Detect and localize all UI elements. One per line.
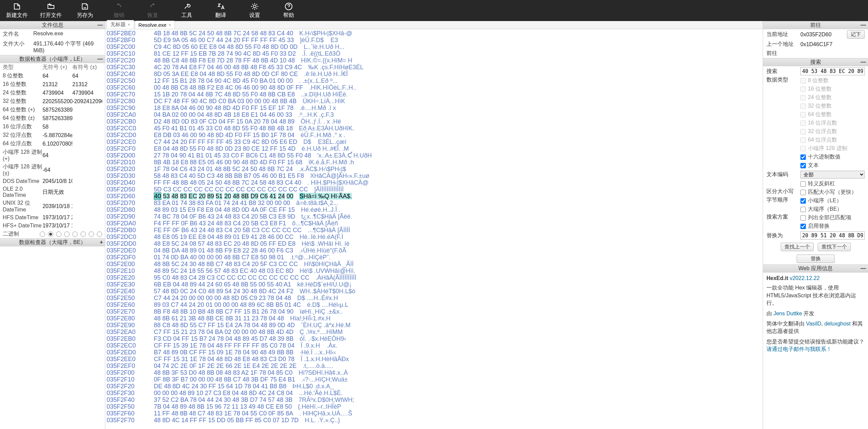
hex-bytes[interactable]: 12 FF 15 B1 28 78 04 90 4C 8D 45 F0 BA 0… [149, 77, 293, 84]
hex-bytes[interactable]: 89 03 C7 44 24 20 01 00 00 00 48 89 6C 8… [149, 301, 301, 308]
hex-ascii[interactable]: Hè..îè.Hé.éA(F.Ì [300, 234, 343, 240]
hex-bytes[interactable]: 40 53 48 83 EC 20 89 51 20 48 8B D9 C6 4… [149, 193, 293, 200]
hex-ascii[interactable]: óÍ. .·$x.HéEÒH9‹ [300, 335, 346, 342]
toolbar-new-file[interactable]: 新建文件 [0, 0, 34, 21]
collapse-icon[interactable]: — [861, 59, 866, 65]
hex-row[interactable]: 035F2D20 1F 78 04 C6 43 24 01 48 8B 5C 2… [107, 166, 761, 172]
hex-bytes[interactable]: 4B 18 48 8B 5C 24 50 48 8B 7C 24 58 48 8… [149, 30, 293, 37]
hex-ascii[interactable]: é.D$ ....Hél‹µ.L [307, 301, 348, 308]
hex-ascii[interactable]: èÛ.F..H.Mð .° x . [301, 132, 345, 138]
hex-bytes[interactable]: 83 EA 01 74 38 83 FA 01 74 24 41 B8 32 0… [149, 200, 290, 206]
tab[interactable]: 无标题× [107, 20, 134, 29]
hex-bytes[interactable]: C7 44 24 20 FF FF FF FF 45 33 C9 4C 8D 0… [149, 138, 297, 145]
hex-row[interactable]: 035F2EF0 04 74 2C 2E 0F 1F 2E 2E 66 2E 1… [107, 362, 761, 369]
hex-ascii[interactable]: .HïK.HïÒèL.F..H.. [309, 84, 356, 91]
hex-row[interactable]: 035F2DD0 48 E8 5C 24 08 57 48 83 EC 20 4… [107, 240, 761, 247]
hex-row[interactable]: 035F2D70 83 EA 01 74 38 83 FA 01 74 24 4… [107, 200, 761, 206]
search-input[interactable] [800, 67, 865, 75]
hex-bytes[interactable]: 48 E8 5C 24 08 57 48 83 EC 20 48 8D 05 F… [149, 240, 295, 247]
collapse-icon[interactable]: — [861, 265, 866, 272]
hex-row[interactable]: 035F2CD0 E8 DB 03 46 00 90 48 8D 4D F0 F… [107, 132, 761, 138]
hex-ascii[interactable]: Ç .!#x.º....HïMM [300, 329, 343, 335]
hex-bytes[interactable]: 27 78 04 90 41 B1 01 45 33 C0 F BC6 C1 4… [149, 152, 311, 159]
replace-input[interactable] [800, 231, 865, 240]
hex-bytes[interactable]: F3 CD 04 FF 15 B7 24 78 04 48 89 45 D7 4… [149, 335, 293, 342]
scheme-check[interactable]: 启用替换 [797, 222, 868, 230]
hex-row[interactable]: 035F2E60 89 03 C7 44 24 20 01 00 00 00 4… [107, 301, 761, 308]
hex-ascii[interactable]: D$ E3ÉL..çæí [303, 138, 346, 145]
hex-ascii[interactable]: ...Hé.'Ãè.H.L$È. [299, 390, 343, 396]
hex-ascii[interactable]: ]éÛ.F.D$ E3 [300, 37, 338, 43]
hex-ascii[interactable]: WH..$ÀHéT$0H.L$ò [300, 288, 355, 295]
hex-bytes[interactable]: 18 E8 8A 04 46 00 90 48 8D 4D F0 FF 15 E… [149, 105, 293, 111]
hex-bytes[interactable]: 04 74 2C 2E 0F 1F 2E 2E 66 2E 1E E4 2E 2… [149, 362, 296, 369]
hex-ascii[interactable]: ô...¶C$HâÄ [Ãèñ [292, 220, 338, 227]
hex-ascii[interactable]: ...¶C$HâÄ [ÃÌÌÌÌ [308, 227, 350, 234]
hex-ascii[interactable]: {.HéHï.–r..IHÎèP [298, 403, 341, 410]
hex-bytes[interactable]: 48 8B 61 21 3B 48 8B CE 8B 31 11 23 78 0… [149, 315, 284, 322]
author-link[interactable]: Jens Duttke [773, 311, 802, 316]
hex-bytes[interactable]: 48 8B 5C 24 30 48 8B C7 48 83 C4 20 5F C… [149, 261, 298, 267]
collapse-icon[interactable]: — [97, 56, 103, 62]
expand-icon[interactable]: + [100, 239, 103, 245]
hex-ascii[interactable]: K.H‹\$PH‹|$XHâ-@ [299, 30, 352, 37]
hex-row[interactable]: 035F2E50 C7 44 24 20 00 00 00 00 48 8D 0… [107, 295, 761, 301]
hex-row[interactable]: 035F2C80 DC F7 48 FF 90 4C 8D C0 BA 03 0… [107, 98, 761, 105]
hex-ascii[interactable]: è.H.Uð H..#€Î. .M [302, 145, 349, 152]
hex-bytes[interactable]: 81 CE 12 FF 15 EB 7B 28 74 90 4C 8D 45 F… [149, 50, 296, 57]
hex-ascii[interactable]: .ê:îè.H.Uð H..Ï€Î [304, 71, 348, 77]
hex-row[interactable]: 035F2EC0 CF FF 15 39 1E 78 04 48 FF FF F… [107, 342, 761, 349]
hex-row[interactable]: 035F2F20 DE 48 8D 4C 24 30 FF 15 64 1D 7… [107, 383, 761, 390]
hex-bytes[interactable]: 00 00 00 48 89 10 27 C3 E8 04 48 8D 4C 2… [149, 390, 293, 396]
hex-ascii[interactable]: .Î. .ë{(tL.Eð3Ò [302, 50, 340, 57]
hex-row[interactable]: 035F2BF0 5D E9 9A 05 46 00 C7 44 24 20 F… [107, 37, 761, 43]
hex-bytes[interactable]: 04 8B DA 48 89 01 48 8B F9 E8 22 28 46 0… [149, 247, 293, 254]
hex-ascii[interactable]: .è....H.Mð .ï x [300, 105, 336, 111]
hex-ascii[interactable]: Hè\$ .WHâì Hï. íè [302, 240, 349, 247]
hex-ascii[interactable]: ·Hé.Ï ...x..HI‹‹ [300, 349, 336, 356]
toolbar-settings[interactable]: 设置 [238, 0, 272, 21]
hex-ascii[interactable]: D$ ....H..É#x.H [297, 295, 338, 301]
byteorder-check[interactable]: 小端序（LE） [797, 197, 868, 205]
close-icon[interactable]: × [168, 22, 171, 27]
hex-ascii[interactable]: 7RÂºx.D$0H;WtWH; [299, 396, 354, 403]
hex-row[interactable]: 035F2E30 6B EB 04 48 89 44 24 60 65 48 8… [107, 281, 761, 288]
hex-row[interactable]: 035F2BE0 4B 18 48 8B 5C 24 50 48 8B 7C 2… [107, 30, 761, 37]
hex-row[interactable]: 035F2DC0 48 E8 05 19 EE E8 04 48 89 01 E… [107, 234, 761, 240]
hex-bytes[interactable]: 7B 04 48 89 48 8B 15 96 72 11 13 49 48 C… [149, 403, 292, 410]
hex-bytes[interactable]: E8 04 48 8D 55 F0 48 8D 0D 23 80 CE 12 F… [149, 145, 295, 152]
hex-ascii[interactable]: H.L. .Ý.».Ç..} [305, 417, 340, 424]
hex-row[interactable]: 035F2DF0 01 74 0D BA 40 00 00 00 48 8B C… [107, 254, 761, 261]
hex-ascii[interactable]: .º...H.K .ç.F.3 [298, 111, 334, 118]
hex-bytes[interactable]: 37 52 C2 BA 78 04 44 24 30 48 3B D7 74 5… [149, 396, 292, 403]
hex-bytes[interactable]: 48 89 03 15 E9 F8 E8 04 48 8D 0D 4A 0F C… [149, 206, 295, 213]
hex-ascii[interactable]: Hé.éøè.H..J.Î . [301, 206, 340, 213]
hex-bytes[interactable]: 48 8B C8 48 8B F8 E8 7D 28 78 FF 48 8B 4… [149, 57, 295, 64]
hex-ascii[interactable]: Eð A±.E3ÀH.UðHïK. [299, 125, 354, 132]
translator-link-2[interactable]: deluxghost [824, 321, 850, 327]
hex-row[interactable]: 035F2D30 58 48 83 C4 40 5D C3 48 8B BB B… [107, 172, 761, 179]
binary-radios[interactable] [38, 231, 102, 237]
hex-row[interactable]: 035F2F10 0F 8B 3F B7 00 00 00 48 8B C7 4… [107, 376, 761, 383]
hex-bytes[interactable]: 8B F8 48 8B 10 B8 48 8B C7 FF 15 B1 26 7… [149, 308, 293, 315]
hex-bytes[interactable]: 15 1B 20 78 04 44 8B 7C 48 8D 55 F0 48 8… [149, 91, 295, 98]
hex-ascii[interactable]: ÒH..ƒ.Í. . x .Hé [301, 118, 341, 125]
hex-row[interactable]: 035F2E70 8B F8 48 8B 10 B8 48 8B C7 FF 1… [107, 308, 761, 315]
find-next-button[interactable]: 查找下一个 [818, 243, 851, 251]
collapse-icon[interactable]: — [861, 22, 866, 28]
hex-ascii[interactable]: .‹?·...HïÇH;Wuä± [301, 376, 348, 383]
hex-bytes[interactable]: CF FF 15 31 1E 78 04 48 8D 48 E8 48 83 C… [149, 356, 294, 362]
hex-row[interactable]: 035F2E00 48 8B 5C 24 30 48 8B C7 48 83 C… [107, 261, 761, 267]
hex-bytes[interactable]: FE FF 0F B6 43 24 48 83 C4 20 5B C3 CC C… [149, 227, 302, 234]
hex-bytes[interactable]: 88 C8 48 8D 55 C7 FF 15 E4 2A 78 04 48 8… [149, 322, 295, 329]
hex-ascii[interactable]: Hï\$0HïÇHâÄ _ÃÌÌ [304, 261, 354, 267]
hex-row[interactable]: 035F2EB0 F3 CD 04 FF 15 B7 24 78 04 48 8… [107, 335, 761, 342]
find-prev-button[interactable]: 查找上一个 [781, 243, 814, 251]
hex-row[interactable]: 035F2F00 48 8B 3F 53 D0 48 8B 08 48 83 A… [107, 369, 761, 376]
hex-bytes[interactable]: 8B 4B 18 E8 88 E5 05 46 00 90 48 8D 4D F… [149, 159, 302, 166]
hex-ascii[interactable]: .t,.....ò.ä..... [303, 362, 333, 369]
scheme-check[interactable]: 列出全部已匹配项 [797, 213, 868, 222]
hex-row[interactable]: 035F2E10 48 89 5C 24 18 55 56 57 48 83 E… [107, 267, 761, 274]
hex-bytes[interactable]: C7 44 24 20 00 00 00 00 48 8D 05 C9 23 7… [149, 295, 291, 301]
hex-bytes[interactable]: FF FF 48 8B 48 05 24 50 48 8B 7C 24 58 4… [149, 179, 301, 186]
